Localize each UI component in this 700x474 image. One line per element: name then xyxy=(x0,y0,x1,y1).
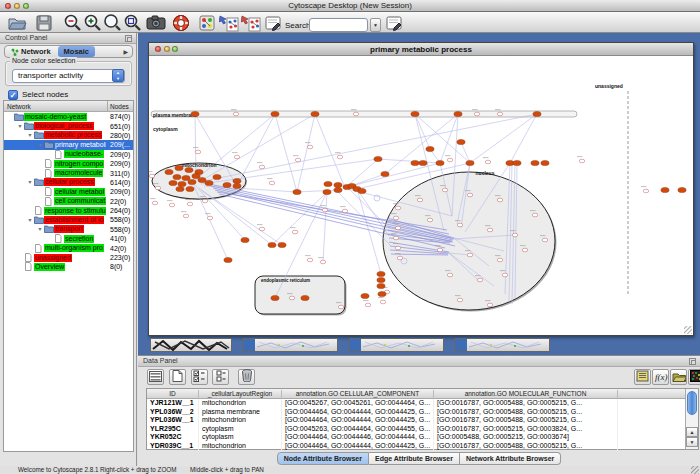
network-node[interactable] xyxy=(393,236,399,240)
float-panel-icon[interactable] xyxy=(125,35,132,42)
network-node-selected[interactable] xyxy=(176,186,184,191)
network-node-selected[interactable] xyxy=(361,293,369,298)
cell[interactable]: mitochondrion xyxy=(199,416,282,425)
network-node[interactable] xyxy=(643,189,649,193)
tab-network[interactable]: Network xyxy=(5,46,57,57)
network-node-selected[interactable] xyxy=(531,160,539,165)
expand-arrow-icon[interactable]: ▼ xyxy=(36,142,43,147)
import-network-alt-button[interactable] xyxy=(240,14,261,35)
network-node[interactable] xyxy=(295,158,301,162)
network-node[interactable] xyxy=(457,298,463,302)
column-header-annotation-go-cellular-component[interactable]: annotation.GO CELLULAR_COMPONENT xyxy=(282,390,434,399)
network-node[interactable] xyxy=(467,193,473,197)
tree-item-macromolecule[interactable]: macromolecule311(0) xyxy=(4,168,133,177)
cell[interactable]: [GO:0005488, GO:0005215, GO:0003674] xyxy=(434,433,618,442)
tab-mosaic[interactable]: Mosaic xyxy=(58,46,95,57)
edge[interactable] xyxy=(201,190,282,245)
cell[interactable]: [GO:0016787, GO:0005215, GO:0003824, G..… xyxy=(434,425,618,434)
network-node-selected[interactable] xyxy=(377,277,385,282)
network-node-selected[interactable] xyxy=(188,179,196,184)
network-node-selected[interactable] xyxy=(233,178,241,183)
network-node[interactable] xyxy=(155,186,161,190)
cell[interactable]: mitochondrion xyxy=(199,399,282,408)
network-node[interactable] xyxy=(542,238,548,242)
network-node-selected[interactable] xyxy=(378,291,386,296)
network-node[interactable] xyxy=(365,303,371,307)
tree-item-response-to-stimulu[interactable]: response to stimulu264(0) xyxy=(4,206,133,215)
network-node[interactable] xyxy=(233,112,239,116)
cell[interactable]: [GO:0044464, GO:0044446, GO:0044444, G..… xyxy=(282,433,434,442)
network-node-selected[interactable] xyxy=(334,187,342,192)
network-node-selected[interactable] xyxy=(541,160,549,165)
tree-item-metabolic-process[interactable]: ▼metabolic process280(0) xyxy=(4,131,133,140)
attribute-table-button[interactable] xyxy=(147,369,164,385)
app-resize-grip[interactable] xyxy=(691,466,699,474)
network-node[interactable] xyxy=(307,145,313,149)
expand-arrow-icon[interactable]: ▼ xyxy=(26,133,33,138)
network-node[interactable] xyxy=(320,260,326,264)
cell[interactable]: [GO:0045263, GO:0044464, GO:0044455, G..… xyxy=(282,425,434,434)
help-button[interactable] xyxy=(170,14,191,35)
column-header-id[interactable]: ID xyxy=(147,390,199,399)
table-row-ydr039c__1[interactable]: YDR039C__1mitochondrion[GO:0044464, GO:0… xyxy=(147,442,698,451)
tree-item-secretion[interactable]: secretion41(0) xyxy=(4,234,133,243)
new-attribute-button[interactable] xyxy=(169,369,186,385)
cell[interactable]: YKR052C xyxy=(147,433,199,442)
table-row-ylr295c[interactable]: YLR295Ccytoplasm[GO:0045263, GO:0044464,… xyxy=(147,425,698,434)
function-builder-button[interactable]: f(x) xyxy=(652,369,669,385)
expand-arrow-icon[interactable]: ▼ xyxy=(26,180,33,185)
network-node[interactable] xyxy=(437,248,443,252)
network-node-selected[interactable] xyxy=(169,180,177,185)
vizmapper-button[interactable] xyxy=(196,14,217,35)
network-node-selected[interactable] xyxy=(198,177,206,182)
edge[interactable] xyxy=(297,114,315,192)
scroll-up-button[interactable]: ▲ xyxy=(686,427,698,437)
tree-item-primary-metabolic[interactable]: ▼primary metabolic209(... xyxy=(4,140,133,149)
network-node-selected[interactable] xyxy=(513,160,521,165)
network-node[interactable] xyxy=(259,227,265,231)
tree-item-establishment-of-lo[interactable]: ▼establishment of lo558(0) xyxy=(4,215,133,224)
network-node[interactable] xyxy=(485,160,491,164)
save-button[interactable] xyxy=(33,14,54,35)
network-node-selected[interactable] xyxy=(454,111,462,116)
network-node[interactable] xyxy=(532,213,538,217)
network-node[interactable] xyxy=(427,218,433,222)
matrix-view-button[interactable] xyxy=(688,369,700,385)
network-node[interactable] xyxy=(322,208,328,212)
network-node[interactable] xyxy=(307,258,313,262)
network-node[interactable] xyxy=(183,214,189,218)
annotation-button[interactable] xyxy=(262,14,283,35)
import-attributes-button[interactable] xyxy=(670,369,687,385)
zoom-in-button[interactable] xyxy=(82,14,103,35)
network-node-selected[interactable] xyxy=(457,139,465,144)
cell[interactable]: [GO:0044464, GO:0044444, GO:0044425, G..… xyxy=(282,442,434,451)
expand-arrow-icon[interactable]: ▼ xyxy=(26,217,33,222)
edge-self-loop[interactable] xyxy=(374,195,380,201)
network-node[interactable] xyxy=(512,233,518,237)
open-button[interactable] xyxy=(7,14,28,35)
cell[interactable]: [GO:0016787, GO:0005488, GO:0005215, G..… xyxy=(434,442,618,451)
network-canvas[interactable]: plasma membranecytoplasmmitochondrionnuc… xyxy=(149,56,693,335)
scroll-down-button[interactable]: ▼ xyxy=(686,437,698,447)
scrollbar-thumb[interactable] xyxy=(687,391,697,415)
snapshot-button[interactable] xyxy=(145,14,166,35)
network-node-selected[interactable] xyxy=(323,189,331,194)
edge[interactable] xyxy=(470,114,537,163)
minimized-window-1[interactable] xyxy=(150,338,232,352)
network-node-selected[interactable] xyxy=(186,186,194,191)
network-node-selected[interactable] xyxy=(233,183,241,188)
window-resize-grip[interactable] xyxy=(684,326,692,334)
tab-network-attribute-browser[interactable]: Network Attribute Browser xyxy=(460,452,561,465)
cell[interactable]: [GO:0044464, GO:0044444, GO:0044425, G..… xyxy=(282,408,434,417)
network-node[interactable] xyxy=(417,198,423,202)
node-color-select[interactable]: transporter activity ▲▼ xyxy=(12,69,125,83)
network-node-selected[interactable] xyxy=(213,174,221,179)
network-node-selected[interactable] xyxy=(358,188,366,193)
tab-edge-attribute-browser[interactable]: Edge Attribute Browser xyxy=(369,452,460,465)
network-node-selected[interactable] xyxy=(324,181,332,186)
network-node[interactable] xyxy=(169,203,175,207)
tree-item-cellular-process[interactable]: ▼cellular process614(0) xyxy=(4,178,133,187)
network-node[interactable] xyxy=(195,150,201,154)
network-node[interactable] xyxy=(337,155,343,159)
tree-item-biological-process[interactable]: ▼biological_process651(0) xyxy=(4,121,133,130)
